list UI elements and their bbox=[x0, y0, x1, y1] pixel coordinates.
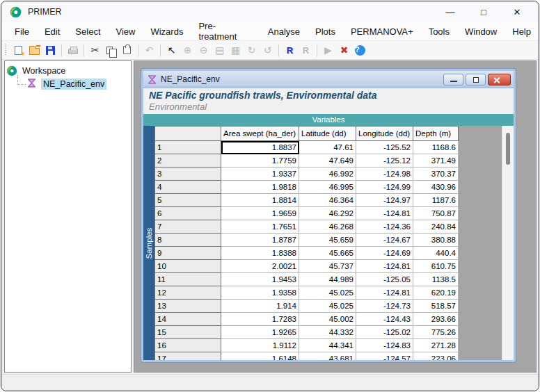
cell[interactable]: 47.61 bbox=[299, 141, 356, 154]
cell[interactable]: -124.69 bbox=[356, 247, 413, 260]
cell[interactable]: -124.57 bbox=[356, 352, 413, 361]
save-button[interactable] bbox=[42, 42, 58, 58]
cell[interactable]: 46.995 bbox=[299, 181, 356, 194]
cell[interactable]: 44.989 bbox=[299, 273, 356, 286]
cell[interactable]: 1.914 bbox=[221, 300, 299, 313]
vertical-scrollbar[interactable] bbox=[502, 126, 514, 360]
row-header[interactable]: 3 bbox=[155, 168, 221, 181]
pointer-button[interactable]: ↖ bbox=[164, 42, 180, 58]
cell[interactable]: -124.36 bbox=[356, 220, 413, 234]
column-header[interactable]: Longitude (dd) bbox=[356, 126, 413, 141]
cell[interactable]: 775.26 bbox=[413, 326, 459, 339]
cell[interactable]: 1.6148 bbox=[221, 352, 299, 361]
menu-item-wizards[interactable]: Wizards bbox=[143, 24, 191, 39]
cell[interactable]: 45.025 bbox=[299, 300, 356, 313]
row-header[interactable]: 4 bbox=[155, 181, 221, 194]
minimize-button[interactable]: — bbox=[438, 3, 462, 21]
column-header[interactable]: Latitude (dd) bbox=[299, 126, 356, 141]
cell[interactable]: -125.52 bbox=[356, 141, 413, 154]
row-header[interactable]: 16 bbox=[155, 339, 221, 352]
maximize-button[interactable]: □ bbox=[472, 3, 495, 21]
open-button[interactable] bbox=[26, 42, 42, 58]
cell[interactable]: 45.025 bbox=[299, 286, 356, 300]
cell[interactable]: 43.681 bbox=[299, 352, 356, 361]
cell[interactable]: -124.67 bbox=[356, 234, 413, 247]
cell[interactable]: 370.37 bbox=[413, 168, 459, 181]
cell[interactable]: 1187.6 bbox=[413, 194, 459, 207]
cell[interactable]: -124.99 bbox=[356, 181, 413, 194]
cell[interactable]: -125.02 bbox=[356, 326, 413, 339]
row-header[interactable]: 6 bbox=[155, 207, 221, 220]
cell[interactable]: 1.9818 bbox=[221, 181, 299, 194]
row-header[interactable]: 10 bbox=[155, 260, 221, 273]
row-header[interactable]: 13 bbox=[155, 300, 221, 313]
cell[interactable]: 293.66 bbox=[413, 313, 459, 326]
tree-node-ne-pacific-env[interactable]: NE_Pacific_env bbox=[6, 77, 129, 90]
cell[interactable]: 44.341 bbox=[299, 339, 356, 352]
cell[interactable]: 1.9112 bbox=[221, 339, 299, 352]
cell[interactable]: -124.81 bbox=[356, 286, 413, 300]
cell[interactable]: -124.81 bbox=[356, 207, 413, 220]
cell[interactable]: -125.12 bbox=[356, 154, 413, 168]
variables-axis-label[interactable]: Variables bbox=[143, 114, 514, 126]
cell[interactable]: 46.268 bbox=[299, 220, 356, 234]
cell[interactable]: 430.96 bbox=[413, 181, 459, 194]
cell[interactable]: 1.9659 bbox=[221, 207, 299, 220]
menu-item-edit[interactable]: Edit bbox=[37, 24, 68, 39]
cell[interactable]: 1.8814 bbox=[221, 194, 299, 207]
document-minimize-button[interactable] bbox=[443, 74, 463, 85]
cell[interactable]: 45.665 bbox=[299, 247, 356, 260]
row-header[interactable]: 1 bbox=[155, 141, 221, 154]
cell[interactable]: 45.737 bbox=[299, 260, 356, 273]
document-title-bar[interactable]: NE_Pacific_env bbox=[143, 71, 514, 88]
row-header[interactable]: 14 bbox=[155, 313, 221, 326]
cell[interactable]: 380.88 bbox=[413, 234, 459, 247]
cell[interactable]: 223.06 bbox=[413, 352, 459, 361]
row-header[interactable]: 9 bbox=[155, 247, 221, 260]
cell[interactable]: 1.7283 bbox=[221, 313, 299, 326]
scrollbar-thumb[interactable] bbox=[506, 133, 510, 165]
cell[interactable]: 45.659 bbox=[299, 234, 356, 247]
r-language-button[interactable]: R bbox=[282, 42, 298, 58]
row-header[interactable]: 2 bbox=[155, 154, 221, 168]
cell[interactable]: 271.28 bbox=[413, 339, 459, 352]
cell[interactable]: 1.9358 bbox=[221, 286, 299, 300]
menu-item-view[interactable]: View bbox=[109, 24, 143, 39]
cell[interactable]: 1.9265 bbox=[221, 326, 299, 339]
row-header[interactable]: 8 bbox=[155, 234, 221, 247]
menu-item-plots[interactable]: Plots bbox=[308, 24, 343, 39]
cell[interactable]: 46.364 bbox=[299, 194, 356, 207]
help-button[interactable]: ? bbox=[352, 42, 368, 58]
cell[interactable]: 440.4 bbox=[413, 247, 459, 260]
cell[interactable]: 1.8787 bbox=[221, 234, 299, 247]
samples-axis-bar[interactable]: Samples bbox=[143, 126, 154, 360]
cell[interactable]: 1.7651 bbox=[221, 220, 299, 234]
cell[interactable]: 46.992 bbox=[299, 168, 356, 181]
document-restore-button[interactable] bbox=[466, 74, 486, 85]
cell[interactable]: 240.84 bbox=[413, 220, 459, 234]
cell[interactable]: 1.8388 bbox=[221, 247, 299, 260]
cell[interactable]: 46.292 bbox=[299, 207, 356, 220]
cell[interactable]: 1.7759 bbox=[221, 154, 299, 168]
menu-item-tools[interactable]: Tools bbox=[421, 24, 457, 39]
copy-button[interactable] bbox=[103, 42, 119, 58]
paste-button[interactable] bbox=[119, 42, 135, 58]
cell[interactable]: -125.05 bbox=[356, 273, 413, 286]
menu-item-analyse[interactable]: Analyse bbox=[260, 24, 308, 39]
row-header[interactable]: 7 bbox=[155, 220, 221, 234]
row-header[interactable]: 17 bbox=[155, 352, 221, 361]
row-header[interactable]: 15 bbox=[155, 326, 221, 339]
cell[interactable]: 610.75 bbox=[413, 260, 459, 273]
menu-item-window[interactable]: Window bbox=[457, 24, 505, 39]
cell[interactable]: -124.81 bbox=[356, 260, 413, 273]
document-close-button[interactable] bbox=[488, 74, 511, 85]
new-workspace-button[interactable] bbox=[10, 42, 26, 58]
cell[interactable]: 518.57 bbox=[413, 300, 459, 313]
cell[interactable]: -124.97 bbox=[356, 194, 413, 207]
column-header[interactable]: Area swept (ha_der) bbox=[221, 126, 299, 141]
menu-item-help[interactable]: Help bbox=[505, 24, 539, 39]
cell[interactable]: 44.332 bbox=[299, 326, 356, 339]
cell[interactable]: 2.0021 bbox=[221, 260, 299, 273]
cut-button[interactable]: ✂ bbox=[87, 42, 103, 58]
cell[interactable]: 1.9453 bbox=[221, 273, 299, 286]
